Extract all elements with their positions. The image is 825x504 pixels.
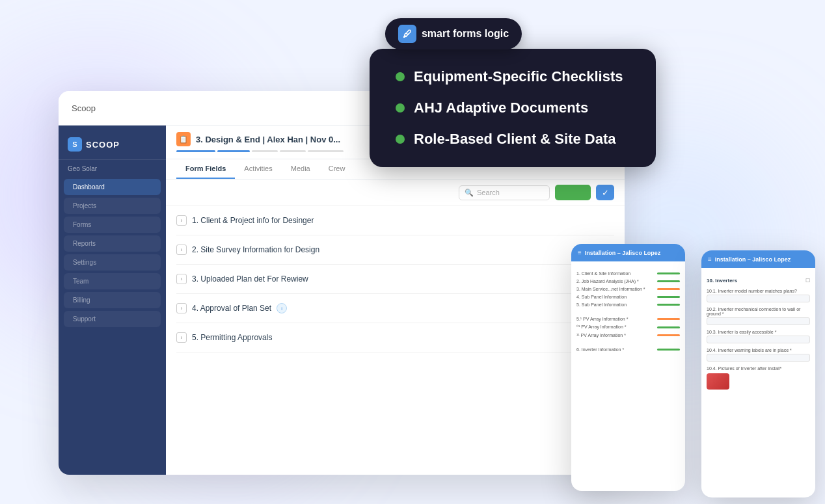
phone-left-body: 1. Client & Site Information 2. Job Haza…	[571, 266, 685, 360]
phone-right-label-3: 10.4. Inverter warning labels are in pla…	[707, 348, 810, 352]
phone-left-item-0: 1. Client & Site Information	[576, 271, 680, 276]
phone-left-bar-1	[657, 280, 680, 282]
chevron-2: ›	[176, 274, 187, 284]
breadcrumb: Scoop	[72, 103, 96, 113]
section-badge-3: i	[277, 303, 287, 313]
phone-left-label-6: ⁰¹ PV Array Information *	[576, 325, 654, 330]
phone-right-input-2[interactable]	[707, 336, 810, 343]
phone-left-item-8: 6. Inverter Information *	[576, 347, 680, 352]
section-label-2: 3. Uploaded Plan det For Rewiew	[192, 274, 308, 284]
phone-right-label-4: 10.4. Pictures of Inverter after Install…	[707, 366, 810, 371]
phone-left-bar-6	[657, 326, 680, 328]
tab-crew[interactable]: Crew	[319, 159, 355, 179]
phone-left-bar-8	[657, 349, 680, 351]
content-area: 📋 3. Design & End | Alex Han | Nov 0... …	[166, 126, 625, 475]
form-title: 3. Design & End | Alex Han | Nov 0...	[196, 135, 340, 144]
phone-left-item-4: 5. Sub Panel Information	[576, 302, 680, 307]
phone-left-item-6: ⁰¹ PV Array Information *	[576, 325, 680, 330]
phone-left-title: Installation – Jalisco Lopez	[585, 250, 661, 256]
phone-left-label-0: 1. Client & Site Information	[576, 271, 654, 276]
phone-left-label-5: 5.¹ PV Array Information *	[576, 317, 654, 321]
progress-4	[280, 150, 306, 152]
feature-label-3: Role-Based Client & Site Data	[414, 131, 616, 148]
green-button[interactable]	[555, 185, 591, 200]
phone-left-header: ≡ Installation – Jalisco Lopez	[571, 244, 685, 261]
phone-left-label-2: 3. Main Service...net Information *	[576, 287, 654, 291]
phone-left-label-3: 4. Sub Panel Information	[576, 295, 654, 299]
phone-left-item-7: ¹¹ PV Array Information *	[576, 333, 680, 338]
section-row-4[interactable]: › 5. Permitting Approvals	[176, 323, 614, 352]
section-row-2[interactable]: › 3. Uploaded Plan det For Rewiew	[176, 265, 614, 294]
search-placeholder: Search	[477, 189, 500, 196]
feature-item-2: AHJ Adaptive Documents	[396, 99, 630, 116]
section-label-0: 1. Client & Project info for Desinger	[192, 216, 314, 225]
section-row-1[interactable]: › 2. Site Survey Information for Design	[176, 235, 614, 265]
phone-right-input-3[interactable]	[707, 354, 810, 362]
sidebar: S SCOOP Geo Solar Dashboard Projects For…	[59, 126, 166, 475]
app-body: S SCOOP Geo Solar Dashboard Projects For…	[59, 126, 625, 475]
section-row-0[interactable]: › 1. Client & Project info for Desinger	[176, 206, 614, 235]
sidebar-item-1[interactable]: Projects	[64, 198, 161, 214]
progress-5	[308, 150, 344, 152]
phone-right: ≡ Installation – Jalisco Lopez 10. Inver…	[701, 250, 815, 497]
feature-label-1: Equipment-Specific Checklists	[414, 68, 623, 85]
smart-forms-badge: 🖊 smart forms logic	[385, 18, 522, 49]
phone-left-bar-5	[657, 318, 680, 320]
phone-right-menu-icon: ≡	[708, 256, 712, 263]
phone-right-title: Installation – Jalisco Lopez	[715, 256, 791, 263]
sidebar-item-0[interactable]: Dashboard	[64, 179, 161, 195]
sidebar-item-4[interactable]: Settings	[64, 254, 161, 271]
phone-left-item-5: 5.¹ PV Array Information *	[576, 317, 680, 321]
form-sections: › 1. Client & Project info for Desinger …	[166, 206, 625, 475]
chevron-4: ›	[176, 332, 187, 343]
feature-dot-2	[396, 103, 405, 113]
phone-left-menu-icon: ≡	[578, 249, 582, 256]
chevron-0: ›	[176, 215, 187, 226]
phone-left-item-2: 3. Main Service...net Information *	[576, 287, 680, 291]
phone-left-bar-4	[657, 304, 680, 306]
phone-right-label-2: 10.3. Inverter is easily accessible *	[707, 330, 810, 334]
phone-right-item-0: 10.1. Inverter model number matches plan…	[707, 289, 810, 302]
tab-media[interactable]: Media	[282, 159, 319, 179]
logo-text: SCOOP	[86, 140, 120, 150]
chevron-3: ›	[176, 303, 187, 313]
sidebar-item-2[interactable]: Forms	[64, 217, 161, 233]
tab-activities[interactable]: Activities	[235, 159, 281, 179]
section-row-3[interactable]: › 4. Approval of Plan Set i	[176, 294, 614, 323]
section-label-1: 2. Site Survey Information for Design	[192, 245, 319, 254]
phone-left-bar-7	[657, 334, 680, 336]
phone-right-input-1[interactable]	[707, 317, 810, 325]
form-icon: 📋	[176, 132, 191, 146]
sidebar-item-6[interactable]: Billing	[64, 292, 161, 308]
phone-left: ≡ Installation – Jalisco Lopez 1. Client…	[571, 244, 685, 491]
phone-left-bar-2	[657, 288, 680, 290]
progress-1	[176, 150, 215, 152]
sidebar-item-3[interactable]: Reports	[64, 235, 161, 252]
progress-3	[252, 150, 278, 152]
blue-button[interactable]: ✓	[596, 185, 614, 200]
sidebar-item-7[interactable]: Support	[64, 311, 161, 327]
search-row: 🔍 Search ✓	[166, 179, 625, 206]
phone-right-input-0[interactable]	[707, 295, 810, 302]
phone-left-bar-3	[657, 296, 680, 298]
logo-icon: S	[68, 137, 82, 152]
phone-right-item-1: 10.2. Inverter mechanical connection to …	[707, 307, 810, 325]
phone-right-img-thumb	[707, 373, 729, 390]
phone-right-label-1: 10.2. Inverter mechanical connection to …	[707, 307, 810, 316]
section-label-4: 5. Permitting Approvals	[192, 333, 272, 342]
chevron-1: ›	[176, 245, 187, 255]
phone-left-label-7: ¹¹ PV Array Information *	[576, 333, 654, 338]
tab-form-fields[interactable]: Form Fields	[176, 159, 235, 179]
sidebar-item-5[interactable]: Team	[64, 273, 161, 289]
phone-left-bar-0	[657, 272, 680, 274]
phone-right-label-0: 10.1. Inverter model number matches plan…	[707, 289, 810, 293]
feature-dot-1	[396, 72, 405, 81]
phone-right-item-4: 10.4. Pictures of Inverter after Install…	[707, 366, 810, 390]
phone-left-label-8: 6. Inverter Information *	[576, 347, 654, 352]
badge-emoji: 🖊	[403, 29, 412, 39]
phone-left-label-1: 2. Job Hazard Analysis (JHA) *	[576, 279, 654, 284]
sidebar-logo: S SCOOP	[59, 132, 166, 160]
feature-label-2: AHJ Adaptive Documents	[414, 99, 588, 116]
search-box[interactable]: 🔍 Search	[459, 185, 550, 200]
phone-right-body: 10. Inverters ☐ 10.1. Inverter model num…	[701, 272, 815, 399]
